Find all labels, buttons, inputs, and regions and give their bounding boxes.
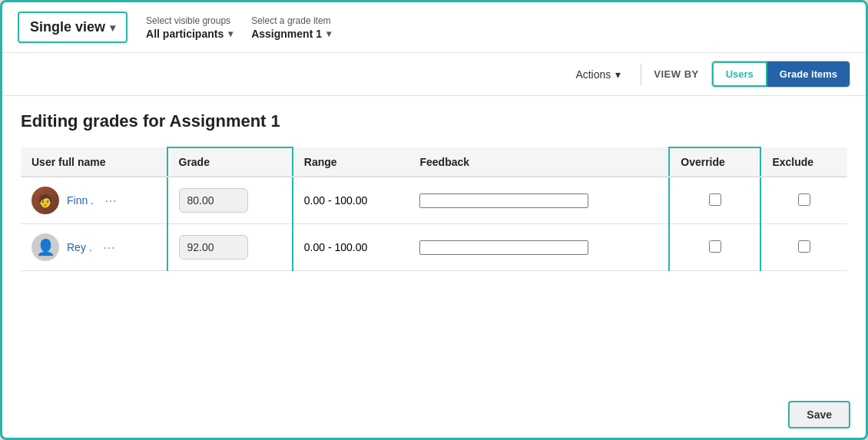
main-content: Editing grades for Assignment 1 User ful… — [2, 96, 866, 392]
grade-item-selector[interactable]: Select a grade item Assignment 1 ▾ — [251, 15, 331, 40]
user-cell-finn: 🧑 Finn . ⋯ — [21, 177, 167, 224]
exclude-cell-rey — [760, 224, 847, 271]
exclude-cell-finn — [760, 177, 847, 224]
col-header-range: Range — [293, 147, 409, 177]
feedback-input-finn[interactable] — [419, 194, 588, 208]
actions-chevron-icon: ▾ — [615, 68, 621, 81]
single-view-button[interactable]: Single view ▾ — [18, 12, 128, 43]
grade-input-rey[interactable] — [179, 235, 248, 260]
user-placeholder-icon: 👤 — [36, 238, 55, 256]
grade-cell-rey — [167, 224, 293, 271]
override-checkbox-finn[interactable] — [709, 194, 721, 206]
grade-cell-finn — [167, 177, 293, 224]
groups-chevron-icon: ▾ — [228, 28, 233, 39]
toolbar: Actions ▾ VIEW BY Users Grade items — [2, 53, 866, 96]
toolbar-divider — [641, 64, 641, 85]
single-view-chevron: ▾ — [110, 22, 115, 34]
grade-item-selector-label: Select a grade item — [251, 15, 331, 26]
users-view-button[interactable]: Users — [712, 61, 767, 87]
override-cell-finn — [669, 177, 760, 224]
feedback-input-rey[interactable] — [419, 240, 588, 255]
actions-button[interactable]: Actions ▾ — [568, 64, 628, 85]
range-cell-finn: 0.00 - 100.00 — [293, 177, 409, 224]
grade-item-chevron-icon: ▾ — [326, 28, 331, 39]
feedback-cell-finn — [409, 177, 669, 224]
header: Single view ▾ Select visible groups All … — [2, 2, 866, 53]
view-by-label: VIEW BY — [654, 68, 698, 80]
feedback-cell-rey — [409, 224, 669, 271]
groups-selector[interactable]: Select visible groups All participants ▾ — [146, 15, 233, 40]
exclude-checkbox-rey[interactable] — [798, 240, 810, 253]
grade-input-finn[interactable] — [179, 188, 248, 213]
user-link-rey[interactable]: Rey . — [67, 241, 92, 253]
override-cell-rey — [669, 224, 760, 271]
single-view-label: Single view — [30, 19, 105, 35]
avatar-rey: 👤 — [31, 233, 59, 261]
user-menu-finn[interactable]: ⋯ — [104, 194, 117, 208]
col-header-grade: Grade — [167, 147, 293, 177]
grade-table: User full name Grade Range Feedback Over… — [21, 147, 847, 271]
col-header-user-full-name: User full name — [21, 147, 167, 177]
view-by-toggle: Users Grade items — [711, 61, 850, 88]
table-header-row: User full name Grade Range Feedback Over… — [21, 147, 847, 177]
table-row: 🧑 Finn . ⋯ 0.00 - 100.00 — [21, 177, 847, 224]
user-link-finn[interactable]: Finn . — [67, 194, 94, 207]
user-cell-rey: 👤 Rey . ⋯ — [21, 224, 167, 271]
col-header-exclude: Exclude — [760, 147, 847, 177]
user-menu-rey[interactable]: ⋯ — [103, 240, 115, 255]
grade-items-view-button[interactable]: Grade items — [767, 61, 850, 87]
page-title: Editing grades for Assignment 1 — [21, 111, 847, 131]
override-checkbox-rey[interactable] — [709, 240, 721, 253]
app-container: Single view ▾ Select visible groups All … — [0, 0, 868, 440]
save-button[interactable]: Save — [788, 401, 850, 428]
exclude-checkbox-finn[interactable] — [798, 194, 810, 206]
range-cell-rey: 0.00 - 100.00 — [293, 224, 409, 271]
table-row: 👤 Rey . ⋯ 0.00 - 100.00 — [21, 224, 847, 271]
grade-item-selector-value[interactable]: Assignment 1 ▾ — [251, 28, 331, 40]
groups-selector-label: Select visible groups — [146, 15, 233, 26]
groups-selector-value[interactable]: All participants ▾ — [146, 28, 233, 40]
avatar-finn: 🧑 — [31, 187, 59, 214]
actions-label: Actions — [575, 68, 611, 81]
col-header-override: Override — [669, 147, 760, 177]
footer: Save — [2, 392, 866, 438]
col-header-feedback: Feedback — [409, 147, 669, 177]
